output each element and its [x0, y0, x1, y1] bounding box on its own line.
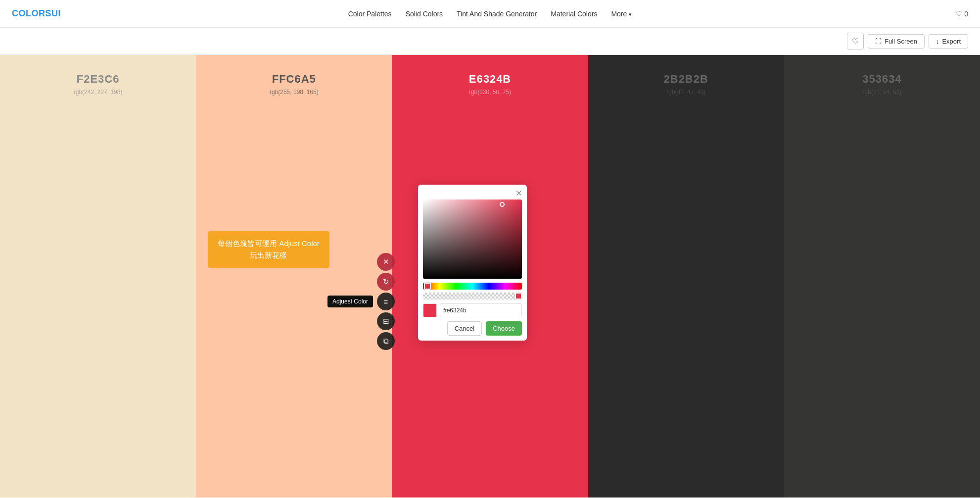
picker-alpha-thumb [515, 293, 522, 299]
tutorial-line1: 每個色塊皆可運用 Adjust Color [218, 238, 320, 249]
color-hex-0: F2E3C6 [77, 73, 120, 86]
picker-choose-button[interactable]: Choose [486, 321, 522, 336]
picker-hex-input[interactable] [440, 303, 522, 317]
header-right: ♡ 0 [956, 10, 968, 18]
context-menu: ✕ ↻ ≡ Adjuest Color ⊟ ⧉ [377, 253, 395, 350]
filter-button[interactable]: ⊟ [377, 312, 395, 330]
refresh-color-button[interactable]: ↻ [377, 273, 395, 291]
sliders-icon: ≡ [384, 298, 388, 306]
picker-gradient[interactable] [423, 199, 522, 279]
color-rgb-0: rgb(242, 227, 198) [74, 89, 123, 96]
tutorial-bubble: 每個色塊皆可運用 Adjust Color 玩出新花樣 [208, 231, 329, 268]
heart-count[interactable]: ♡ 0 [956, 10, 968, 18]
export-button[interactable]: ↓ Export [929, 34, 968, 49]
nav-tint-shade[interactable]: Tint And Shade Generator [457, 10, 537, 18]
color-rgb-4: rgb(53, 54, 52) [863, 89, 902, 96]
color-picker-popup: ✕ Cancel Choose [418, 185, 527, 341]
heart-number: 0 [964, 10, 968, 18]
picker-alpha-bar[interactable] [423, 293, 522, 299]
tutorial-line2: 玩出新花樣 [218, 249, 320, 261]
header: COLORSUI Color Palettes Solid Colors Tin… [0, 0, 980, 28]
picker-close-button[interactable]: ✕ [515, 190, 522, 198]
fullscreen-icon: ⛶ [875, 38, 882, 45]
color-hex-2: E6324B [469, 73, 512, 86]
logo: COLORSUI [12, 8, 61, 19]
picker-header: ✕ [423, 190, 522, 198]
nav-solid-colors[interactable]: Solid Colors [406, 10, 443, 18]
copy-button[interactable]: ⧉ [377, 332, 395, 350]
color-hex-1: FFC6A5 [272, 73, 316, 86]
picker-hue-thumb [424, 283, 431, 290]
color-strip-4[interactable]: 353634 rgb(53, 54, 52) [784, 55, 980, 498]
color-hex-3: 2B2B2B [664, 73, 708, 86]
close-icon: ✕ [383, 257, 389, 266]
close-color-button[interactable]: ✕ [377, 253, 395, 271]
toolbar: ♡ ⛶ Full Screen ↓ Export [0, 28, 980, 55]
nav-more[interactable]: More [611, 10, 632, 18]
picker-hue-bar[interactable] [423, 283, 522, 290]
color-strip-3[interactable]: 2B2B2B rgb(43, 43, 43) [588, 55, 784, 498]
nav-color-palettes[interactable]: Color Palettes [348, 10, 392, 18]
picker-cancel-button[interactable]: Cancel [447, 321, 482, 336]
palette-container: F2E3C6 rgb(242, 227, 198) FFC6A5 rgb(255… [0, 55, 980, 498]
logo-text: COLORS [12, 8, 51, 18]
picker-cursor [500, 202, 505, 207]
chevron-down-icon [629, 10, 632, 18]
filter-icon: ⊟ [383, 317, 389, 326]
picker-color-preview [423, 303, 437, 317]
download-icon: ↓ [936, 38, 939, 45]
color-strip-1[interactable]: FFC6A5 rgb(255, 198, 165) [196, 55, 392, 498]
color-hex-4: 353634 [862, 73, 901, 86]
logo-highlight: UI [51, 8, 61, 18]
toolbar-heart-button[interactable]: ♡ [847, 33, 864, 50]
color-rgb-3: rgb(43, 43, 43) [666, 89, 705, 96]
fullscreen-button[interactable]: ⛶ Full Screen [868, 34, 925, 49]
main-nav: Color Palettes Solid Colors Tint And Sha… [348, 10, 632, 18]
picker-actions: Cancel Choose [423, 321, 522, 336]
heart-icon: ♡ [956, 10, 962, 18]
picker-input-row [423, 303, 522, 317]
adjust-color-button[interactable]: ≡ Adjuest Color [377, 293, 395, 310]
copy-icon: ⧉ [383, 337, 389, 346]
color-strip-0[interactable]: F2E3C6 rgb(242, 227, 198) [0, 55, 196, 498]
color-rgb-2: rgb(230, 50, 75) [469, 89, 511, 96]
nav-material-colors[interactable]: Material Colors [551, 10, 597, 18]
color-rgb-1: rgb(255, 198, 165) [270, 89, 319, 96]
refresh-icon: ↻ [383, 277, 389, 286]
